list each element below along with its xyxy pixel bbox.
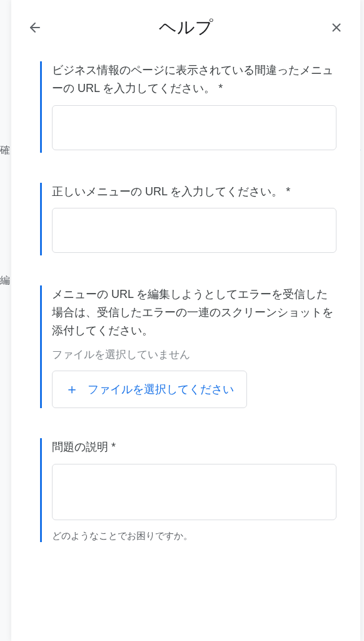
wrong-url-input[interactable] — [52, 105, 336, 150]
close-icon — [330, 21, 343, 34]
plus-icon: ＋ — [65, 380, 79, 399]
help-panel: ヘルプ ビジネス情報のページに表示されている間違ったメニューの URL を入力し… — [11, 0, 360, 641]
description-input[interactable] — [52, 464, 336, 520]
wrong-url-group: ビジネス情報のページに表示されている間違ったメニューの URL を入力してくださ… — [43, 61, 336, 153]
form-content: ビジネス情報のページに表示されている間違ったメニューの URL を入力してくださ… — [11, 55, 360, 641]
field-label: メニューの URL を編集しようとしてエラーを受信した場合は、受信したエラーの一… — [52, 285, 336, 339]
accent-bar — [40, 285, 42, 408]
correct-url-input[interactable] — [52, 208, 336, 253]
file-button-label: ファイルを選択してください — [88, 382, 234, 397]
accent-bar — [40, 438, 42, 542]
panel-title: ヘルプ — [46, 16, 325, 39]
file-status-text: ファイルを選択していません — [52, 347, 336, 362]
field-label: 問題の説明 * — [52, 438, 336, 456]
file-select-button[interactable]: ＋ ファイルを選択してください — [52, 371, 247, 408]
bg-text-fragment: 確 — [0, 144, 10, 157]
help-text: どのようなことでお困りですか。 — [52, 530, 336, 542]
panel-header: ヘルプ — [11, 0, 360, 55]
field-label: 正しいメニューの URL を入力してください。 * — [52, 183, 336, 201]
accent-bar — [40, 183, 42, 256]
back-button[interactable] — [24, 16, 46, 39]
field-label: ビジネス情報のページに表示されている間違ったメニューの URL を入力してくださ… — [52, 61, 336, 98]
correct-url-group: 正しいメニューの URL を入力してください。 * — [43, 183, 336, 256]
screenshot-group: メニューの URL を編集しようとしてエラーを受信した場合は、受信したエラーの一… — [43, 285, 336, 408]
accent-bar — [40, 61, 42, 153]
bg-text-fragment: 編 — [0, 274, 10, 287]
close-button[interactable] — [325, 16, 348, 39]
description-group: 問題の説明 * どのようなことでお困りですか。 — [43, 438, 336, 542]
arrow-left-icon — [28, 20, 43, 35]
